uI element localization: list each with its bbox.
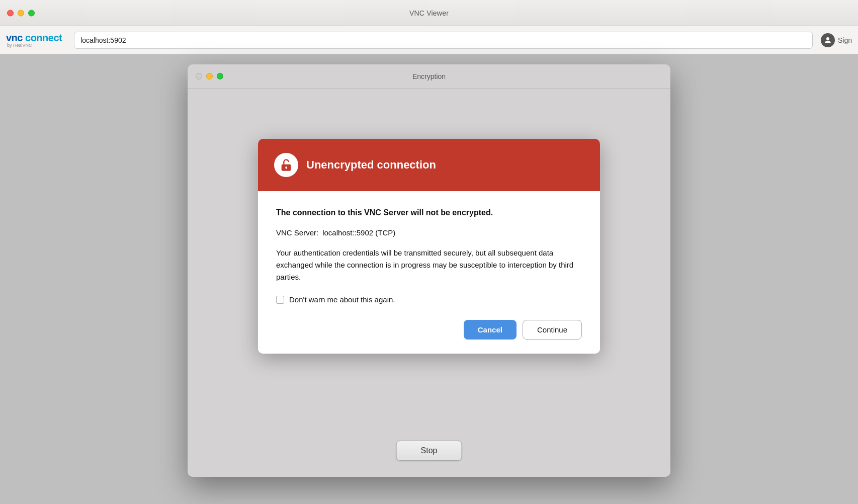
dialog-server-row: VNC Server: localhost::5902 (TCP) xyxy=(276,228,582,237)
stop-button-area: Stop xyxy=(396,441,462,461)
svg-point-0 xyxy=(826,37,829,40)
modal-title: Encryption xyxy=(196,72,662,80)
dialog-header: Unencrypted connection xyxy=(258,139,600,191)
maximize-button[interactable] xyxy=(28,10,35,16)
dialog: Unencrypted connection The connection to… xyxy=(258,139,600,354)
address-value: localhost:5902 xyxy=(80,36,126,44)
dialog-main-text: The connection to this VNC Server will n… xyxy=(276,207,582,218)
minimize-button[interactable] xyxy=(18,10,24,16)
modal-maximize-button[interactable] xyxy=(217,73,223,79)
toolbar: vnc connect by RealVNC localhost:5902 Si… xyxy=(0,26,858,54)
close-button[interactable] xyxy=(7,10,14,16)
svg-rect-3 xyxy=(286,167,287,170)
modal-minimize-button[interactable] xyxy=(206,73,213,79)
cancel-button[interactable]: Cancel xyxy=(464,320,517,340)
continue-button[interactable]: Continue xyxy=(523,320,582,340)
account-icon xyxy=(821,33,835,47)
modal-traffic-lights xyxy=(196,73,223,79)
lock-icon-circle xyxy=(274,153,298,177)
account-area[interactable]: Sign xyxy=(821,33,852,47)
stop-button[interactable]: Stop xyxy=(396,441,462,461)
lock-open-icon xyxy=(279,158,293,172)
modal-title-bar: Encryption xyxy=(188,64,670,89)
dialog-buttons: Cancel Continue xyxy=(276,318,582,340)
address-bar[interactable]: localhost:5902 xyxy=(74,32,813,49)
server-value: localhost::5902 (TCP) xyxy=(322,228,395,237)
modal-close-button[interactable] xyxy=(196,73,202,79)
dont-warn-checkbox[interactable] xyxy=(276,296,284,304)
main-area: Encryption Unencrypted connection The c xyxy=(0,54,858,504)
server-label: VNC Server: xyxy=(276,228,318,237)
logo-realvnc-text: by RealVNC xyxy=(7,43,62,48)
dialog-body: The connection to this VNC Server will n… xyxy=(258,191,600,354)
logo-vnc-text: vnc connect xyxy=(6,33,62,43)
window-title: VNC Viewer xyxy=(409,9,449,17)
checkbox-row: Don't warn me about this again. xyxy=(276,295,582,304)
sign-in-label: Sign xyxy=(838,36,852,44)
dialog-description: Your authentication credentials will be … xyxy=(276,247,582,283)
title-bar: VNC Viewer xyxy=(0,0,858,26)
dont-warn-label: Don't warn me about this again. xyxy=(289,295,395,304)
modal-window: Encryption Unencrypted connection The c xyxy=(188,64,670,477)
dialog-header-title: Unencrypted connection xyxy=(306,158,436,172)
logo: vnc connect by RealVNC xyxy=(6,33,62,48)
traffic-lights xyxy=(7,10,35,16)
